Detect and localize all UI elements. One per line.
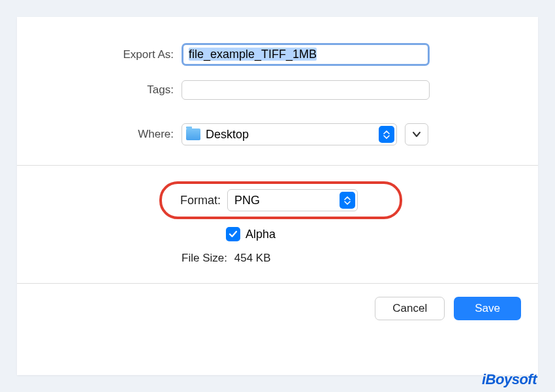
where-row: Where: Desktop [17, 119, 538, 149]
export-dialog: Export As: file_example_TIFF_1MB Tags: W… [17, 17, 538, 375]
export-as-row: Export As: file_example_TIFF_1MB [17, 39, 538, 70]
tags-label: Tags: [43, 83, 182, 97]
checkmark-icon [229, 230, 238, 238]
expand-button[interactable] [405, 123, 428, 145]
alpha-checkbox[interactable] [226, 227, 240, 241]
alpha-row: Alpha [17, 227, 538, 241]
where-value: Desktop [206, 128, 249, 142]
format-select[interactable]: PNG [227, 189, 358, 211]
format-row: Format: PNG [17, 184, 538, 217]
chevron-down-icon [412, 131, 421, 138]
updown-icon [340, 192, 355, 209]
filesize-row: File Size: 454 KB [17, 252, 538, 265]
cancel-button[interactable]: Cancel [375, 297, 445, 320]
updown-icon [379, 126, 394, 143]
alpha-label: Alpha [246, 228, 276, 241]
filesize-label: File Size: [168, 252, 227, 265]
filename-input[interactable]: file_example_TIFF_1MB [182, 43, 430, 66]
tags-input[interactable] [182, 80, 430, 100]
folder-icon [186, 128, 200, 140]
where-label: Where: [43, 128, 182, 141]
watermark: iBoysoft [482, 371, 537, 388]
where-select[interactable]: Desktop [182, 123, 397, 145]
save-button[interactable]: Save [454, 297, 521, 320]
middle-section: Format: PNG Alpha File Size: 454 KB [17, 166, 538, 284]
tags-row: Tags: [17, 76, 538, 104]
button-row: Cancel Save [17, 284, 538, 333]
format-value: PNG [234, 194, 260, 207]
top-section: Export As: file_example_TIFF_1MB Tags: W… [17, 17, 538, 166]
filesize-value: 454 KB [234, 252, 271, 264]
export-as-label: Export As: [43, 48, 182, 61]
